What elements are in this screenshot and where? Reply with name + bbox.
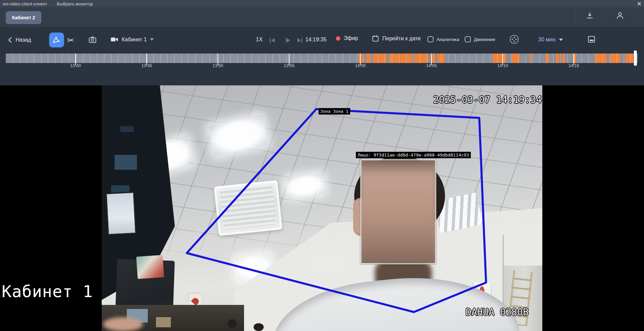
cursor-arrow-icon	[53, 36, 61, 44]
timeline-separator	[371, 54, 371, 63]
timeline-separator	[27, 54, 27, 63]
tab-kabinet-2[interactable]: Кабинет 2	[6, 11, 41, 24]
motion-toggle[interactable]: Движение	[465, 36, 495, 42]
timeline-separator	[385, 54, 385, 63]
timeline-tick-label: 13:50	[213, 63, 223, 68]
user-icon[interactable]	[616, 11, 624, 20]
timeline-separator	[69, 54, 69, 63]
timeline-separator	[588, 54, 589, 63]
ptz-joystick-icon	[509, 34, 519, 44]
timeline-separator	[195, 54, 196, 63]
chevron-left-icon	[7, 37, 13, 43]
timeline-activity-segment	[529, 54, 531, 63]
timeline-separator	[392, 54, 392, 63]
skip-forward-icon	[296, 36, 304, 44]
back-label: Назад	[16, 37, 31, 43]
timeline-playhead[interactable]	[634, 50, 637, 66]
menu-app[interactable]: evi-video-client клиент	[0, 0, 52, 7]
timeline-separator	[420, 54, 420, 63]
timeline-separator	[343, 54, 343, 63]
live-indicator[interactable]: Эфир	[336, 35, 358, 41]
menu-select-monitor[interactable]: Выбрать монитор	[52, 0, 98, 7]
timeline-separator	[525, 54, 526, 63]
timeline-separator	[553, 54, 554, 63]
timeline-separator	[223, 54, 224, 63]
download-icon[interactable]	[585, 11, 594, 20]
close-icon[interactable]	[637, 1, 642, 6]
timeline-separator	[560, 54, 561, 63]
timeline-separator	[315, 54, 315, 63]
timeline-activity-segment	[414, 54, 428, 63]
face-id-label: Лицо: 9f3d11ae-dd8d-479e-a988-49dbd8114c…	[356, 152, 471, 158]
timeline-activity-segment	[359, 54, 363, 63]
timeline-separator	[575, 54, 575, 63]
timeline-separator	[301, 54, 301, 63]
camera-select[interactable]: Кабинет 1	[110, 35, 154, 44]
timeline-separator	[188, 54, 188, 63]
timeline-separator	[497, 54, 498, 63]
timeline-separator	[336, 54, 336, 63]
timeline-separator	[504, 54, 504, 63]
timeline-separator	[280, 54, 280, 63]
timeline-tick-label: 14:05	[426, 63, 437, 68]
speed-button[interactable]: 1X	[256, 37, 263, 43]
pointer-tool-button[interactable]	[49, 33, 64, 47]
timeline-separator	[20, 54, 20, 63]
timeline-tick-label: 14:15	[568, 63, 579, 68]
timeline-separator	[476, 54, 477, 63]
clip-tool-button[interactable]: ✂	[67, 36, 74, 45]
play-button[interactable]	[284, 36, 292, 44]
ptz-control-button[interactable]	[509, 34, 519, 44]
snapshot-button[interactable]	[88, 35, 97, 44]
camera-video-frame[interactable]: Зона Зона 1 Лицо: 9f3d11ae-dd8d-479e-a98…	[102, 85, 542, 331]
analytics-toggle[interactable]: Аналитика	[427, 36, 459, 42]
zone-label: Зона Зона 1	[319, 108, 350, 115]
timeline-bar[interactable]	[6, 54, 638, 63]
timeline-separator	[104, 54, 104, 63]
timeline-separator	[139, 54, 140, 63]
frame-export-button[interactable]	[587, 35, 596, 44]
timeline-separator	[602, 54, 603, 63]
timeline-separator	[350, 54, 350, 63]
goto-date-label: Перейти к дате	[382, 36, 421, 42]
video-camera-icon	[110, 35, 119, 44]
picture-icon	[587, 35, 596, 44]
timeline-tick-label: 13:40	[70, 63, 81, 68]
timeline-separator	[462, 54, 462, 63]
skip-back-button[interactable]	[268, 36, 276, 44]
menubar: evi-video-client клиент Выбрать монитор	[0, 0, 644, 7]
timeline-separator	[181, 54, 182, 63]
photo-camera-icon	[88, 35, 97, 44]
timeline-separator	[34, 54, 34, 63]
back-button[interactable]: Назад	[7, 37, 31, 43]
timeline-separator	[265, 54, 266, 63]
play-icon	[284, 36, 292, 44]
timeline-separator	[97, 54, 97, 63]
timeline-separator	[469, 54, 469, 63]
timeline-separator	[118, 54, 118, 63]
skip-forward-button[interactable]	[296, 36, 304, 44]
goto-date-button[interactable]: Перейти к дате	[371, 35, 421, 42]
motion-checkbox[interactable]	[465, 36, 471, 42]
timeline-separator	[490, 54, 490, 63]
timeline-separator	[167, 54, 167, 63]
analytics-checkbox[interactable]	[427, 36, 434, 42]
interval-select[interactable]: 30 мин	[538, 37, 563, 43]
timeline-separator	[546, 54, 547, 63]
analytics-label: Аналитика	[437, 37, 459, 42]
analytics-zone-polygon	[102, 85, 542, 331]
timeline-separator	[434, 54, 434, 63]
camera-select-label: Кабинет 1	[122, 37, 147, 43]
timeline-separator	[413, 54, 413, 63]
timeline-separator	[125, 54, 125, 63]
timeline-separator	[624, 54, 624, 63]
timeline-activity-segment	[595, 54, 607, 63]
timeline-tick-label: 13:55	[284, 63, 294, 68]
timeline-separator	[406, 54, 406, 63]
timeline-separator	[251, 54, 252, 63]
timeline-separator	[83, 54, 83, 63]
chevron-down-icon	[559, 39, 563, 41]
timeline-separator	[308, 54, 308, 63]
timeline-separator	[567, 54, 568, 63]
timeline-separator	[427, 54, 427, 63]
